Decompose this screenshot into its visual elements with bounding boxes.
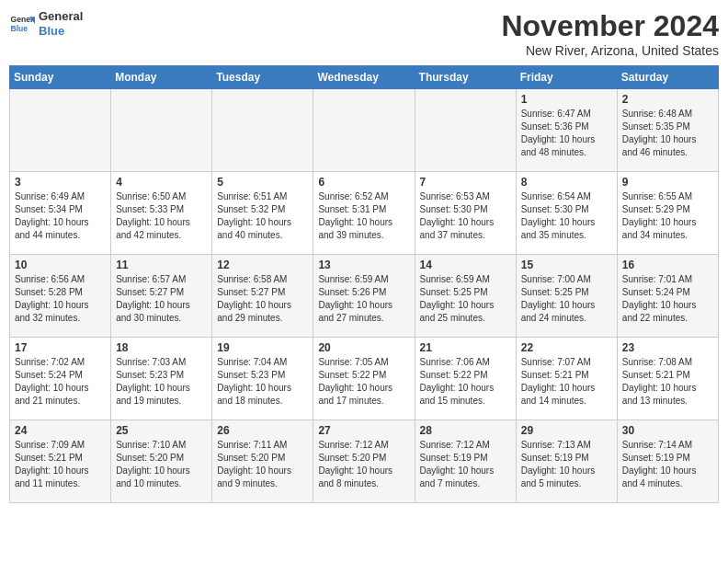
daylight-hours: Daylight: 10 hours [622, 300, 697, 310]
calendar-cell: 30Sunrise: 7:14 AMSunset: 5:19 PMDayligh… [617, 420, 718, 503]
day-number: 10 [15, 259, 106, 271]
day-info: Sunrise: 6:59 AMSunset: 5:25 PMDaylight:… [420, 273, 511, 325]
daylight-hours: Daylight: 10 hours [15, 300, 89, 310]
daylight-hours: Daylight: 10 hours [622, 383, 697, 393]
day-info: Sunrise: 7:09 AMSunset: 5:21 PMDaylight:… [15, 439, 106, 490]
sunset-info: Sunset: 5:31 PM [318, 204, 386, 214]
daylight-hours: Daylight: 10 hours [318, 465, 392, 476]
sunrise-info: Sunrise: 7:02 AM [15, 357, 85, 367]
daylight-hours: Daylight: 10 hours [420, 383, 495, 393]
day-number: 11 [116, 259, 207, 271]
header-cell-sunday: Sunday [10, 66, 111, 89]
daylight-hours: Daylight: 10 hours [622, 134, 697, 144]
sunrise-info: Sunrise: 6:53 AM [420, 191, 490, 201]
daylight-minutes: and 27 minutes. [318, 313, 383, 323]
calendar-cell: 21Sunrise: 7:06 AMSunset: 5:22 PMDayligh… [415, 338, 516, 420]
sunrise-info: Sunrise: 7:08 AM [622, 357, 692, 367]
day-info: Sunrise: 6:53 AMSunset: 5:30 PMDaylight:… [420, 190, 511, 242]
sunset-info: Sunset: 5:25 PM [521, 287, 589, 297]
daylight-hours: Daylight: 10 hours [318, 383, 392, 393]
sunrise-info: Sunrise: 7:09 AM [15, 440, 85, 450]
day-info: Sunrise: 7:00 AMSunset: 5:25 PMDaylight:… [521, 273, 612, 325]
daylight-minutes: and 48 minutes. [521, 147, 586, 157]
calendar-header: SundayMondayTuesdayWednesdayThursdayFrid… [10, 66, 719, 89]
daylight-minutes: and 44 minutes. [15, 230, 80, 240]
header-cell-thursday: Thursday [415, 66, 516, 89]
sunset-info: Sunset: 5:21 PM [622, 370, 690, 380]
calendar-cell: 28Sunrise: 7:12 AMSunset: 5:19 PMDayligh… [415, 420, 516, 503]
header-cell-friday: Friday [516, 66, 617, 89]
calendar-cell [111, 89, 212, 172]
day-number: 24 [15, 424, 106, 437]
week-row-3: 10Sunrise: 6:56 AMSunset: 5:28 PMDayligh… [10, 255, 719, 338]
day-info: Sunrise: 7:13 AMSunset: 5:19 PMDaylight:… [521, 439, 612, 490]
calendar-table: SundayMondayTuesdayWednesdayThursdayFrid… [9, 65, 719, 503]
calendar-cell: 13Sunrise: 6:59 AMSunset: 5:26 PMDayligh… [313, 255, 415, 338]
sunset-info: Sunset: 5:25 PM [420, 287, 488, 297]
daylight-hours: Daylight: 10 hours [420, 465, 495, 476]
daylight-hours: Daylight: 10 hours [521, 134, 596, 144]
daylight-minutes: and 17 minutes. [318, 396, 383, 406]
daylight-minutes: and 10 minutes. [116, 478, 181, 488]
daylight-minutes: and 13 minutes. [622, 396, 688, 406]
day-number: 5 [217, 176, 308, 189]
day-number: 21 [420, 341, 511, 354]
daylight-hours: Daylight: 10 hours [15, 217, 89, 227]
calendar-cell [415, 89, 516, 172]
daylight-minutes: and 32 minutes. [15, 313, 80, 323]
day-number: 7 [420, 176, 511, 189]
calendar-cell: 5Sunrise: 6:51 AMSunset: 5:32 PMDaylight… [212, 172, 313, 255]
calendar-cell: 18Sunrise: 7:03 AMSunset: 5:23 PMDayligh… [111, 338, 212, 420]
day-number: 23 [622, 341, 713, 354]
day-info: Sunrise: 7:10 AMSunset: 5:20 PMDaylight:… [116, 439, 207, 490]
day-number: 22 [521, 341, 612, 354]
day-number: 27 [318, 424, 409, 437]
daylight-minutes: and 18 minutes. [217, 396, 282, 406]
calendar-cell: 20Sunrise: 7:05 AMSunset: 5:22 PMDayligh… [313, 338, 415, 420]
daylight-hours: Daylight: 10 hours [217, 217, 291, 227]
sunrise-info: Sunrise: 6:55 AM [622, 191, 692, 201]
sunrise-info: Sunrise: 7:04 AM [217, 357, 287, 367]
day-info: Sunrise: 6:58 AMSunset: 5:27 PMDaylight:… [217, 273, 308, 325]
daylight-minutes: and 11 minutes. [15, 478, 80, 488]
sunrise-info: Sunrise: 6:52 AM [318, 191, 388, 201]
day-number: 1 [521, 93, 612, 106]
sunset-info: Sunset: 5:20 PM [217, 453, 285, 463]
sunrise-info: Sunrise: 7:03 AM [116, 357, 186, 367]
daylight-minutes: and 42 minutes. [116, 230, 181, 240]
sunrise-info: Sunrise: 7:06 AM [420, 357, 490, 367]
sunset-info: Sunset: 5:33 PM [116, 204, 184, 214]
calendar-cell: 29Sunrise: 7:13 AMSunset: 5:19 PMDayligh… [516, 420, 617, 503]
daylight-minutes: and 25 minutes. [420, 313, 485, 323]
sunrise-info: Sunrise: 6:56 AM [15, 274, 85, 284]
day-info: Sunrise: 7:12 AMSunset: 5:20 PMDaylight:… [318, 439, 409, 490]
sunset-info: Sunset: 5:30 PM [521, 204, 589, 214]
day-info: Sunrise: 6:59 AMSunset: 5:26 PMDaylight:… [318, 273, 409, 325]
svg-text:General: General [11, 15, 35, 24]
daylight-minutes: and 35 minutes. [521, 230, 586, 240]
day-info: Sunrise: 7:11 AMSunset: 5:20 PMDaylight:… [217, 439, 308, 490]
sunset-info: Sunset: 5:32 PM [217, 204, 285, 214]
sunset-info: Sunset: 5:22 PM [420, 370, 488, 380]
calendar-cell: 11Sunrise: 6:57 AMSunset: 5:27 PMDayligh… [111, 255, 212, 338]
calendar-cell: 2Sunrise: 6:48 AMSunset: 5:35 PMDaylight… [617, 89, 718, 172]
day-number: 30 [622, 424, 713, 437]
day-number: 26 [217, 424, 308, 437]
location: New River, Arizona, United States [501, 43, 719, 58]
day-info: Sunrise: 7:05 AMSunset: 5:22 PMDaylight:… [318, 356, 409, 408]
day-info: Sunrise: 7:12 AMSunset: 5:19 PMDaylight:… [420, 439, 511, 490]
daylight-minutes: and 37 minutes. [420, 230, 485, 240]
calendar-cell: 19Sunrise: 7:04 AMSunset: 5:23 PMDayligh… [212, 338, 313, 420]
day-number: 2 [622, 93, 713, 106]
calendar-cell: 4Sunrise: 6:50 AMSunset: 5:33 PMDaylight… [111, 172, 212, 255]
calendar-cell: 17Sunrise: 7:02 AMSunset: 5:24 PMDayligh… [10, 338, 111, 420]
sunrise-info: Sunrise: 6:48 AM [622, 109, 692, 119]
sunset-info: Sunset: 5:27 PM [116, 287, 184, 297]
daylight-minutes: and 8 minutes. [318, 478, 379, 488]
day-info: Sunrise: 6:51 AMSunset: 5:32 PMDaylight:… [217, 190, 308, 242]
day-number: 20 [318, 341, 409, 354]
sunrise-info: Sunrise: 7:13 AM [521, 440, 591, 450]
logo-text-line2: Blue [39, 24, 83, 39]
daylight-hours: Daylight: 10 hours [116, 217, 190, 227]
daylight-minutes: and 24 minutes. [521, 313, 586, 323]
